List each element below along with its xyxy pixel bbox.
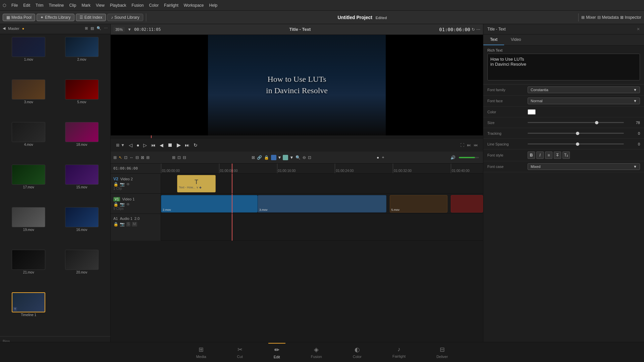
stop-button[interactable]: ⏹ (167, 142, 173, 148)
clip-actions-icon[interactable]: ⊞ (146, 155, 150, 160)
tracking-slider-thumb[interactable] (576, 132, 579, 135)
clip-tool-icon[interactable]: ⊞ (113, 155, 117, 160)
list-item[interactable]: 19.mov (3, 207, 55, 248)
color-swatch[interactable] (528, 109, 536, 115)
more-options-icon[interactable]: ⋯ (104, 26, 108, 31)
menu-fairlight[interactable]: Fairlight (164, 3, 178, 8)
slide-tool-icon[interactable]: ⊟ (136, 155, 139, 160)
skip-forward-icon[interactable]: ⏭ (185, 142, 190, 148)
text-clip[interactable]: T Text - How... ∨ ◆ (177, 175, 216, 192)
fullscreen-icon[interactable]: ⛶ (460, 143, 464, 147)
skip-end-icon[interactable]: ⏭ (467, 143, 471, 147)
size-input[interactable] (627, 121, 640, 125)
nav-edit[interactable]: ✏ Edit (268, 343, 285, 362)
nav-fairlight[interactable]: ♪ Fairlight (387, 343, 411, 361)
menu-fusion[interactable]: Fusion (131, 3, 144, 8)
menu-help[interactable]: Help (209, 3, 218, 8)
rich-text-input[interactable] (487, 54, 640, 80)
cam-v1-icon[interactable]: 📷 (120, 202, 125, 207)
list-item[interactable]: 1.mov (3, 37, 55, 78)
list-item[interactable]: 20.mov (56, 250, 108, 291)
line-spacing-input[interactable] (627, 142, 640, 146)
zoom-dropdown-icon[interactable]: ▼ (127, 27, 131, 32)
menu-clip[interactable]: Clip (69, 3, 76, 8)
v1-clip-4[interactable] (451, 195, 483, 213)
m-a1-icon[interactable]: M (132, 222, 137, 227)
font-face-dropdown[interactable]: Normal ▼ (528, 98, 640, 104)
menu-workspace[interactable]: Workspace (184, 3, 204, 8)
font-case-dropdown[interactable]: Mixed ▼ (528, 163, 640, 170)
color2-dropdown-icon[interactable]: ▼ (289, 155, 293, 160)
out-point-icon[interactable]: ⊡ (177, 155, 181, 160)
strikethrough-button[interactable]: T (554, 152, 561, 159)
v1-clip-2[interactable]: 3.mov (258, 195, 386, 213)
lock-icon[interactable]: 🔒 (264, 155, 269, 160)
link-icon[interactable]: 🔗 (257, 155, 262, 160)
lock-a1-icon[interactable]: 🔒 (113, 222, 118, 227)
play-button[interactable]: ▶ (177, 142, 181, 148)
nav-fusion[interactable]: ◈ Fusion (306, 343, 327, 361)
align-left-button[interactable]: ≡ (545, 152, 552, 159)
inspector-button[interactable]: ⊠ Inspector (620, 15, 641, 20)
metadata-button[interactable]: ⊟ Metadata (597, 15, 619, 20)
list-item[interactable]: 15.mov (56, 165, 108, 206)
mark-end-icon[interactable]: ⏮ (474, 143, 478, 147)
cam-a1-icon[interactable]: 📷 (120, 222, 125, 227)
list-item[interactable]: T Timeline 1 (3, 292, 55, 334)
nav-color[interactable]: ◐ Color (347, 343, 367, 361)
zoom-in-icon[interactable]: 🔍 (296, 155, 301, 160)
step-back-icon[interactable]: ◀ (160, 142, 163, 148)
italic-button[interactable]: I (536, 152, 544, 159)
sync-icon[interactable]: ↻ (472, 27, 475, 32)
add-track-icon[interactable]: ＋ (381, 155, 385, 160)
volume-icon[interactable]: 🔊 (450, 155, 455, 160)
sound-library-button[interactable]: ♪ Sound Library (107, 14, 143, 21)
zoom-fit-icon[interactable]: ⊡ (308, 155, 311, 160)
list-item[interactable]: 16.mov (56, 207, 108, 248)
prev-icon[interactable]: ▷ (143, 142, 147, 148)
s-a1-icon[interactable]: S (126, 222, 130, 227)
dynamic-trim-icon[interactable]: ⊠ (141, 155, 144, 160)
media-pool-button[interactable]: ▦ Media Pool (3, 14, 35, 21)
eye-v2-icon[interactable]: 👁 (126, 182, 130, 187)
menu-file[interactable]: File (11, 3, 18, 8)
skip-back-icon[interactable]: ⏮ (151, 142, 156, 148)
list-item[interactable]: 2.mov (56, 37, 108, 78)
font-family-dropdown[interactable]: Constantia ▼ (528, 86, 640, 93)
line-spacing-slider-thumb[interactable] (576, 142, 579, 146)
menu-timeline[interactable]: Timeline (49, 3, 64, 8)
list-item[interactable]: 3.mov (3, 79, 55, 121)
list-item[interactable]: 21.mov (3, 250, 55, 291)
size-slider[interactable] (528, 122, 624, 123)
color-dropdown-icon[interactable]: ▼ (278, 155, 282, 160)
select-tool-icon[interactable]: ↖ (119, 155, 122, 160)
nav-cut[interactable]: ✂ Cut (232, 343, 248, 361)
zoom-level[interactable]: 35% (113, 27, 125, 32)
size-slider-thumb[interactable] (595, 121, 598, 124)
effects-library-button[interactable]: ✦ Effects Library (37, 14, 74, 21)
lock-v2-icon[interactable]: 🔒 (113, 182, 118, 187)
mixer-button[interactable]: ⊞ Mixer (581, 15, 596, 20)
prev-mark-icon[interactable]: ● (137, 142, 139, 148)
menu-trim[interactable]: Trim (36, 3, 44, 8)
list-item[interactable]: 18.mov (56, 122, 108, 163)
list-item[interactable]: 17.mov (3, 165, 55, 206)
bold-button[interactable]: B (528, 152, 535, 159)
menu-mark[interactable]: Mark (82, 3, 91, 8)
list-view-icon[interactable]: ⊞ (85, 26, 88, 31)
in-point-icon[interactable]: ⊞ (172, 155, 175, 160)
search-icon[interactable]: 🔍 (97, 26, 101, 31)
menu-playback[interactable]: Playback (110, 3, 126, 8)
prev-frame-icon[interactable]: ◁ (129, 142, 132, 148)
eye-v1-icon[interactable]: 👁 (126, 202, 130, 207)
v1-clip-3[interactable]: 5.mov (390, 195, 448, 213)
list-item[interactable]: 5.mov (56, 79, 108, 121)
nav-media[interactable]: ⊞ Media (191, 343, 212, 361)
more-options-icon-2[interactable]: ⋯ (476, 27, 480, 32)
slip-tool-icon[interactable]: ↔ (129, 155, 133, 160)
line-spacing-slider[interactable] (528, 143, 624, 144)
ripple-icon[interactable]: ⊠ (252, 155, 255, 160)
menu-view[interactable]: View (96, 3, 105, 8)
lock-v1-icon[interactable]: 🔒 (113, 202, 118, 207)
tab-video[interactable]: Video (504, 35, 528, 45)
